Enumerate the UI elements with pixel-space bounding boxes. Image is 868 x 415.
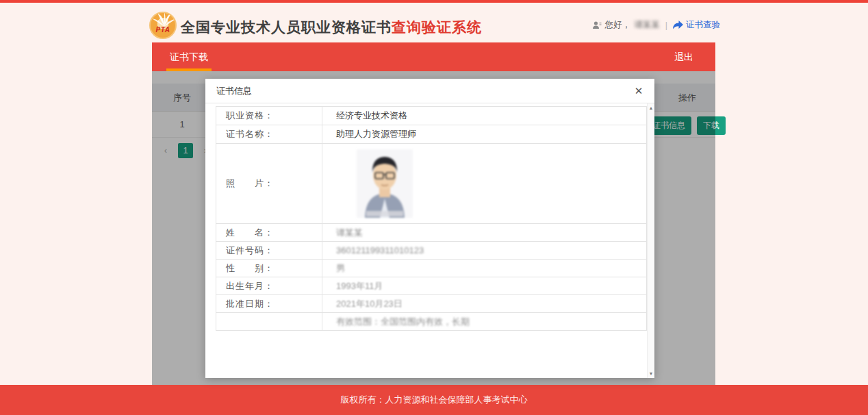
pta-logo: PTA (149, 12, 177, 39)
detail-row-name: 姓 名： 谭某某 (216, 224, 647, 242)
scrollbar-down-icon[interactable]: ▼ (648, 371, 654, 376)
modal-title: 证书信息 (216, 79, 252, 103)
detail-row-approval-date: 批准日期： 2021年10月23日 (216, 295, 647, 313)
site-footer: 版权所有：人力资源和社会保障部人事考试中心 (0, 385, 868, 415)
scrollbar-up-icon[interactable]: ▲ (648, 105, 654, 110)
field-value: 经济专业技术资格 (322, 107, 647, 125)
field-label: 性 别： (216, 260, 322, 277)
forward-arrow-icon (673, 21, 683, 29)
greeting-text: 您好， (605, 19, 631, 31)
tab-certificate-download[interactable]: 证书下载 (159, 42, 219, 71)
separator: | (665, 21, 667, 30)
site-header: PTA 全国专业技术人员职业资格证书查询验证系统 您好， 谭某某 | 证书查验 (0, 3, 868, 42)
page-title: 全国专业技术人员职业资格证书查询验证系统 (181, 18, 482, 37)
field-value-redacted: 1993年11月 (322, 277, 647, 295)
detail-row-photo: 照 片： (216, 144, 647, 224)
logout-button[interactable]: 退出 (663, 42, 704, 71)
certificate-verify-link[interactable]: 证书查验 (673, 19, 720, 31)
verify-link-label: 证书查验 (686, 19, 720, 31)
username: 谭某某 (634, 19, 660, 31)
field-value-redacted: 2021年10月23日 (322, 295, 647, 313)
certificate-detail-table: 职业资格： 经济专业技术资格 证书名称： 助理人力资源管理师 照 片： (216, 106, 647, 331)
tab-label: 证书下载 (170, 51, 208, 62)
certificate-info-modal: 证书信息 ✕ 职业资格： 经济专业技术资格 证书名称： 助理人力资源管理师 照 … (205, 79, 654, 378)
field-label: 证件号码： (216, 242, 322, 260)
modal-header: 证书信息 ✕ (205, 79, 654, 103)
field-label (216, 313, 322, 331)
field-value-redacted: 360121199311010123 (322, 242, 647, 260)
detail-row-gender: 性 别： 男 (216, 260, 647, 277)
detail-row-qualification: 职业资格： 经济专业技术资格 (216, 107, 647, 125)
field-label: 出生年月： (216, 277, 322, 295)
field-label: 证书名称： (216, 125, 322, 144)
field-label: 批准日期： (216, 295, 322, 313)
detail-row-validity: 有效范围：全国范围内有效，长期 (216, 313, 647, 331)
field-label: 职业资格： (216, 107, 322, 125)
detail-row-certificate-name: 证书名称： 助理人力资源管理师 (216, 125, 647, 144)
logo-text: PTA (151, 26, 175, 34)
field-value: 助理人力资源管理师 (322, 125, 647, 144)
copyright-text: 版权所有：人力资源和社会保障部人事考试中心 (0, 385, 868, 415)
detail-row-id-number: 证件号码： 360121199311010123 (216, 242, 647, 260)
main-nav: 证书下载 退出 (152, 42, 715, 71)
field-value-redacted: 男 (322, 260, 647, 277)
user-icon (592, 21, 602, 30)
field-value-redacted: 有效范围：全国范围内有效，长期 (322, 313, 647, 331)
field-label: 照 片： (216, 144, 322, 224)
user-info-bar: 您好， 谭某某 | 证书查验 (592, 19, 720, 31)
field-value (322, 144, 647, 224)
modal-scrollbar[interactable]: ▲ ▼ (647, 103, 654, 378)
detail-row-birth-date: 出生年月： 1993年11月 (216, 277, 647, 295)
certificate-photo (357, 149, 413, 218)
field-label: 姓 名： (216, 224, 322, 242)
modal-close-icon[interactable]: ✕ (631, 84, 646, 99)
field-value-redacted: 谭某某 (322, 224, 647, 242)
page-title-main: 全国专业技术人员职业资格证书 (181, 19, 392, 35)
modal-body: 职业资格： 经济专业技术资格 证书名称： 助理人力资源管理师 照 片： (205, 103, 654, 378)
page-title-accent: 查询验证系统 (392, 19, 482, 35)
